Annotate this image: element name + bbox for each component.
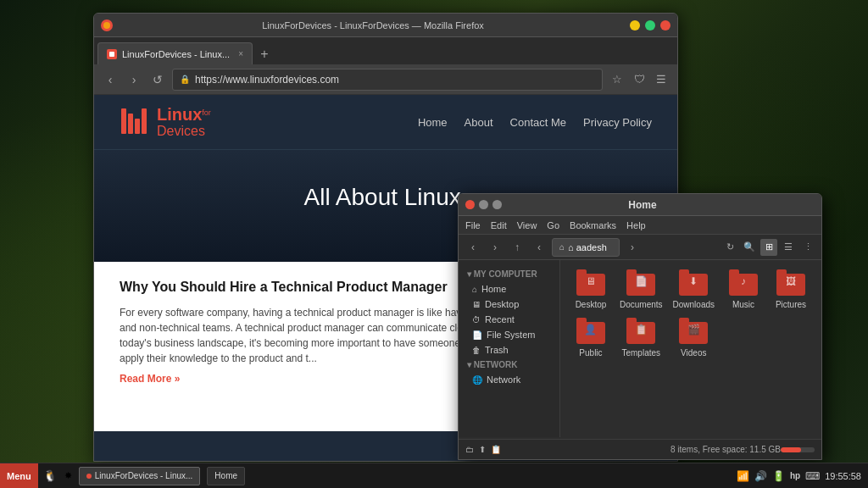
fm-forward-button[interactable]: › (486, 238, 504, 257)
fm-grid-view-button[interactable]: ⊞ (760, 239, 777, 256)
file-item-desktop[interactable]: 🖥 Desktop (569, 269, 613, 313)
fm-file-grid: 🖥 Desktop 📄 Documents ⬇ Downloads (560, 260, 821, 437)
fm-close-button[interactable] (465, 200, 475, 209)
forward-button[interactable]: › (125, 70, 143, 89)
hamburger-menu-icon[interactable]: ☰ (652, 70, 670, 89)
sidebar-item-home[interactable]: ⌂ Home (459, 281, 559, 297)
file-label-downloads: Downloads (673, 300, 715, 310)
fm-maximize-button[interactable] (492, 200, 502, 209)
file-label-pictures: Pictures (776, 300, 806, 310)
folder-public-overlay: 👤 (584, 324, 597, 336)
taskbar-app-dot (86, 474, 92, 479)
folder-icon-documents: 📄 (626, 272, 656, 297)
taskbar-clock[interactable]: 19:55:58 (825, 471, 861, 481)
tab-favicon (107, 49, 117, 59)
url-text: https://www.linuxfordevices.com (195, 74, 595, 86)
file-item-templates[interactable]: 📋 Templates (616, 317, 666, 362)
taskbar-home-app[interactable]: Home (207, 467, 245, 485)
bookmark-star-icon[interactable]: ☆ (608, 70, 626, 89)
taskbar-right: 📶 🔊 🔋 hp ⌨ 19:55:58 (730, 470, 868, 482)
fm-statusbar-icon1[interactable]: 🗀 (465, 445, 474, 454)
fm-statusbar: 🗀 ⬆ 📋 8 items, Free space: 11.5 GB (459, 439, 821, 459)
tab-close-button[interactable]: × (238, 49, 243, 58)
taskbar-firefox-app[interactable]: LinuxForDevices - Linux... (79, 467, 201, 485)
fm-menu-view[interactable]: View (517, 220, 537, 230)
svg-rect-0 (121, 108, 126, 134)
fm-minimize-button[interactable] (479, 200, 488, 209)
fm-search-button[interactable]: 🔍 (741, 239, 758, 256)
sidebar-item-network-label: Network (487, 374, 520, 385)
hp-icon[interactable]: hp (790, 471, 800, 480)
fm-storage-fill (781, 447, 801, 452)
new-tab-button[interactable]: + (254, 44, 275, 64)
folder-templates-overlay: 📋 (635, 324, 648, 336)
firefox-minimize-button[interactable]: − (630, 20, 640, 30)
fm-view-controls: ↻ 🔍 ⊞ ☰ ⋮ (721, 239, 816, 256)
home-icon: ⌂ (472, 285, 477, 294)
nav-home-link[interactable]: Home (418, 116, 448, 129)
file-item-pictures[interactable]: 🖼 Pictures (769, 269, 813, 313)
fm-list-view-button[interactable]: ☰ (780, 239, 797, 256)
fm-breadcrumb[interactable]: ⌂ ⌂ aadesh (552, 238, 620, 257)
fm-back-button[interactable]: ‹ (464, 238, 482, 257)
address-bar[interactable]: 🔒 https://www.linuxfordevices.com (172, 69, 603, 91)
nav-privacy-link[interactable]: Privacy Policy (583, 116, 652, 129)
file-item-music[interactable]: ♪ Music (721, 269, 765, 313)
shield-icon[interactable]: 🛡 (630, 70, 648, 89)
input-icon[interactable]: ⌨ (805, 470, 820, 482)
fm-menu-go[interactable]: Go (547, 220, 559, 230)
site-header: Linuxfor Devices Home About Contact Me P… (94, 95, 677, 150)
fm-items-count: 8 items (670, 445, 698, 454)
fm-menu-help[interactable]: Help (626, 220, 646, 230)
folder-icon-downloads: ⬇ (678, 272, 709, 297)
fm-statusbar-icons: 🗀 ⬆ 📋 (465, 445, 501, 454)
recent-icon: ⏱ (472, 315, 481, 324)
sidebar-item-desktop[interactable]: 🖥 Desktop (459, 297, 559, 312)
folder-music-overlay: ♪ (741, 275, 746, 287)
file-label-desktop: Desktop (576, 300, 607, 310)
network-icon: 🌐 (472, 375, 482, 385)
volume-icon[interactable]: 🔊 (754, 470, 767, 482)
taskbar-icon-2[interactable]: ✸ (60, 468, 77, 485)
fm-storage-bar (781, 447, 815, 452)
sidebar-item-trash[interactable]: 🗑 Trash (459, 342, 559, 358)
fm-nav-left-button[interactable]: ‹ (530, 238, 548, 257)
firefox-active-tab[interactable]: LinuxForDevices - Linux... × (97, 42, 253, 64)
nav-about-link[interactable]: About (465, 116, 493, 129)
fm-menu-bookmarks[interactable]: Bookmarks (570, 220, 616, 230)
fm-more-options-button[interactable]: ⋮ (799, 239, 816, 256)
folder-icon-public: 👤 (576, 320, 606, 346)
sidebar-item-recent[interactable]: ⏱ Recent (459, 312, 559, 327)
reload-button[interactable]: ↺ (148, 70, 167, 89)
folder-videos-overlay: 🎬 (687, 324, 700, 336)
firefox-maximize-button[interactable]: □ (645, 20, 655, 30)
file-item-documents[interactable]: 📄 Documents (616, 269, 666, 313)
file-label-documents: Documents (620, 300, 663, 310)
sidebar-item-filesystem[interactable]: 📄 File System (459, 327, 559, 342)
fm-up-button[interactable]: ↑ (508, 238, 526, 257)
taskbar-icon-1[interactable]: 🐧 (42, 468, 58, 485)
file-item-downloads[interactable]: ⬇ Downloads (670, 269, 718, 313)
file-item-public[interactable]: 👤 Public (569, 317, 613, 362)
taskbar-menu-button[interactable]: Menu (0, 463, 38, 488)
back-button[interactable]: ‹ (101, 70, 120, 89)
fm-home-icon: ⌂ (559, 242, 565, 252)
fm-statusbar-icon2[interactable]: ⬆ (479, 445, 486, 454)
nav-contact-link[interactable]: Contact Me (510, 116, 566, 129)
fm-statusbar-icon3[interactable]: 📋 (491, 445, 501, 454)
file-item-videos[interactable]: 🎬 Videos (670, 317, 718, 362)
file-label-templates: Templates (621, 348, 660, 358)
fm-body: My Computer ⌂ Home 🖥 Desktop ⏱ Recent 📄 … (459, 260, 821, 437)
fm-menu-file[interactable]: File (465, 220, 481, 230)
folder-downloads-overlay: ⬇ (689, 275, 698, 287)
fm-menu-edit[interactable]: Edit (491, 220, 507, 230)
sidebar-item-network[interactable]: 🌐 Network (459, 372, 559, 387)
network-status-icon[interactable]: 📶 (737, 470, 749, 482)
battery-icon[interactable]: 🔋 (772, 470, 785, 482)
logo-linux-text: Linux (157, 105, 202, 124)
fm-refresh-button[interactable]: ↻ (721, 239, 738, 256)
logo-text-container: Linuxfor Devices (157, 105, 211, 139)
firefox-close-button[interactable]: × (660, 20, 670, 30)
taskbar-firefox-label: LinuxForDevices - Linux... (95, 471, 193, 480)
fm-nav-right-button[interactable]: › (623, 238, 642, 257)
